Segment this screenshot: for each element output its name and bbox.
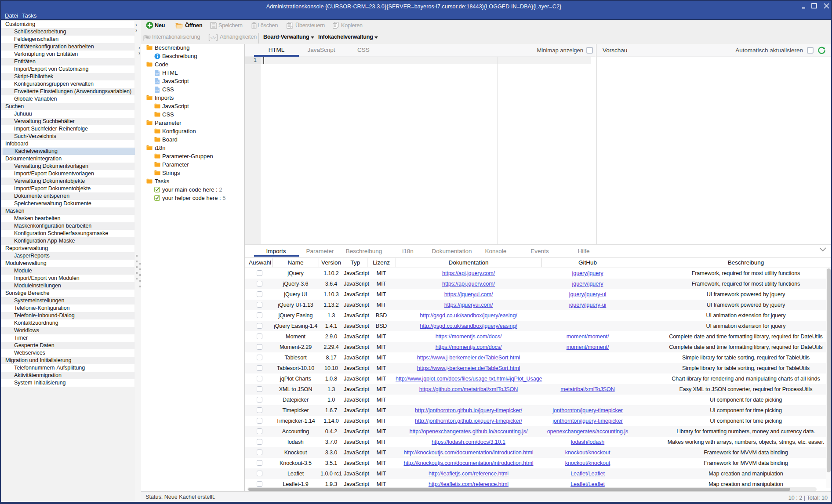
svg-text:</>: </> — [156, 89, 159, 92]
svg-text:</>: </> — [156, 81, 159, 83]
svg-text:</>: </> — [156, 73, 159, 75]
svg-text:</>: </> — [210, 36, 216, 40]
